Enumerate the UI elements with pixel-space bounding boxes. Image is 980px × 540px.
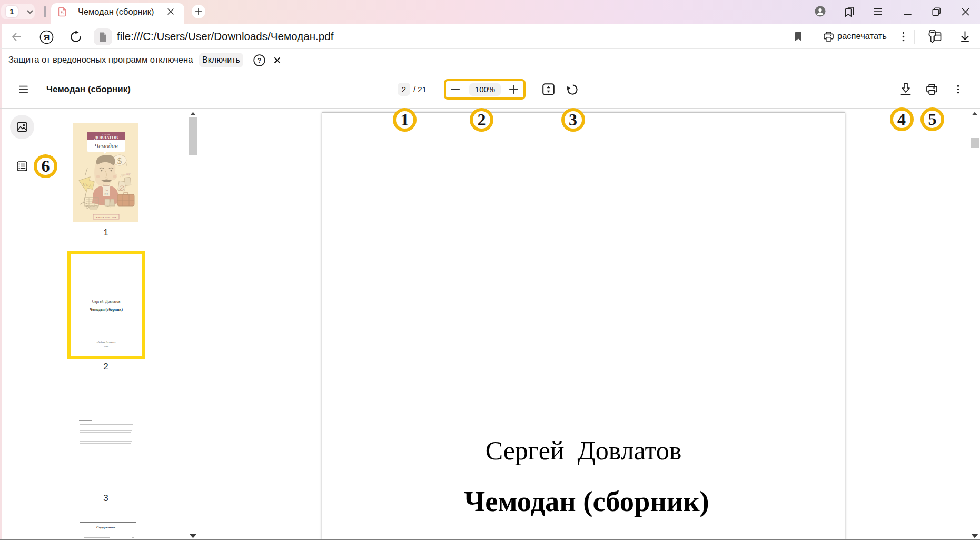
svg-text:Я: Я (44, 33, 50, 42)
svg-text:?: ? (258, 56, 262, 64)
svg-text:АЗБУКА-КЛАССИКА: АЗБУКА-КЛАССИКА (96, 216, 117, 219)
svg-text:I ♥: I ♥ (105, 189, 108, 192)
svg-text:$: $ (117, 156, 122, 166)
svg-text:Чемодан: Чемодан (94, 142, 118, 150)
svg-text:NY: NY (104, 192, 108, 195)
svg-text:ДОВЛАТОВ: ДОВЛАТОВ (94, 135, 118, 140)
svg-text:Доллар: Доллар (120, 171, 131, 177)
